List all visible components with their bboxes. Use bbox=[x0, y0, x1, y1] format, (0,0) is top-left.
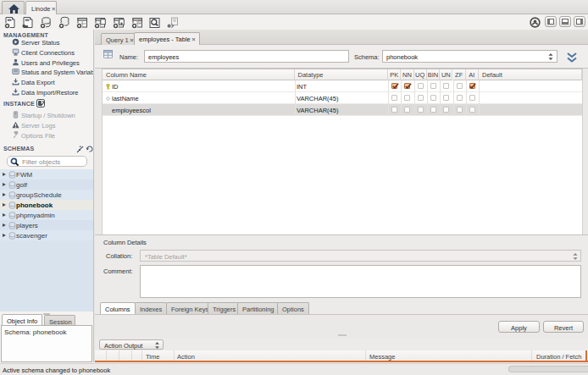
svg-text:(): () bbox=[138, 19, 141, 24]
